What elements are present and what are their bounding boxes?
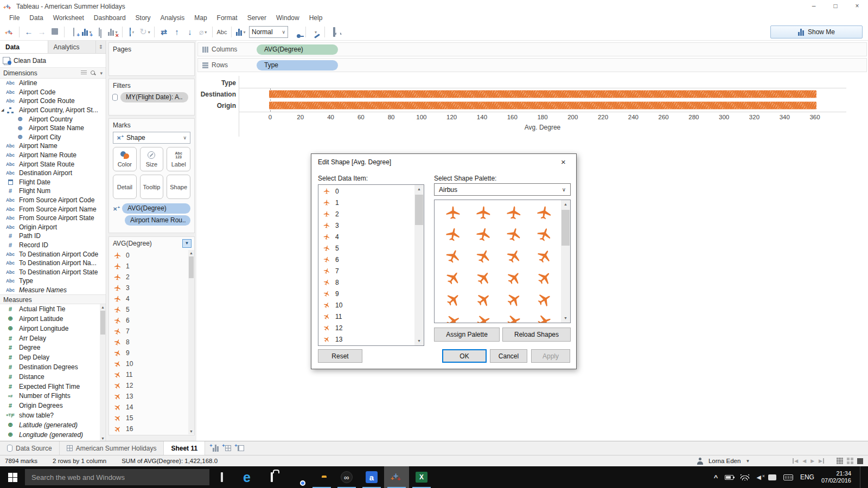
maximize-button[interactable]: □ [825,0,846,12]
infinity-taskbar-button[interactable]: ∞ [334,466,359,488]
store-taskbar-button[interactable] [259,466,284,488]
size-button[interactable]: Size [140,147,164,171]
file-explorer-taskbar-button[interactable] [309,466,334,488]
dimension-field[interactable]: AbcAirport Name Route [0,151,106,160]
legend-item[interactable]: 13 [109,391,188,402]
dialog-close-icon[interactable]: × [551,155,576,170]
marks-band-origin[interactable] [269,102,816,109]
clear-sheet-button[interactable]: ×▾ [107,25,119,38]
ok-button[interactable]: OK [442,349,487,363]
shape-palette[interactable]: ▲ ▼ [434,200,571,323]
menu-server[interactable]: Server [242,12,271,24]
dimension-field[interactable]: #Path ID [0,232,106,241]
tab-data[interactable]: Data [0,41,48,53]
shape-data-item[interactable]: 2 [318,208,414,220]
legend-item[interactable]: 3 [109,282,188,293]
shape-data-item[interactable]: 4 [318,231,414,242]
detail-button[interactable]: Detail [113,175,137,199]
dimension-field[interactable]: AbcFrom Source Airport Name [0,204,106,214]
dimension-field[interactable]: AbcMeasure Names [0,286,106,295]
sheet-view-icon[interactable] [857,458,863,464]
duplicate-sheet-button[interactable] [94,25,106,38]
shape-data-item[interactable]: 9 [318,288,414,299]
wifi-icon[interactable] [741,474,749,480]
clock[interactable]: 21:34 07/02/2016 [821,470,851,484]
palette-shape[interactable] [438,289,468,311]
measure-field[interactable]: #Distance [0,372,100,382]
measure-field[interactable]: =#Number of Flights [0,391,100,401]
legend-menu-button[interactable]: ▼ [182,239,192,248]
legend-item[interactable]: 15 [109,413,188,423]
assign-palette-button[interactable]: Assign Palette [434,328,500,342]
palette-shape[interactable] [468,224,499,246]
measure-field[interactable]: =T|Fshow table? [0,410,100,420]
scroll-down-icon[interactable]: ▼ [414,337,424,345]
tab-analytics[interactable]: Analytics [48,41,97,53]
measure-field[interactable]: #Expected Flight Time [0,382,100,391]
marks-pill[interactable]: Airport Name Rou.. [125,215,190,226]
next-slide-button[interactable]: ▶ [810,458,814,464]
swap-button[interactable]: ⇄ [158,25,170,38]
dimension-field[interactable]: AbcTo Destination Airport State [0,267,106,277]
add-datasource-button[interactable]: + [68,25,80,38]
sort-ascending-button[interactable]: ↑ [171,25,183,38]
scroll-up-icon[interactable]: ▲ [561,200,570,209]
palette-shape[interactable] [529,202,559,224]
palette-scrollbar[interactable]: ▲ ▼ [561,200,570,323]
palette-shape[interactable] [499,267,529,289]
user-name[interactable]: Lorna Eden [709,458,741,464]
collapse-icon[interactable]: ◢ [1,108,5,112]
amazon-a-taskbar-button[interactable]: a [359,466,384,488]
data-item-listbox[interactable]: 01234567891011121314 ▲ ▼ [318,184,424,346]
dimension-field[interactable]: ⊕Airport State Name [0,124,106,133]
measure-field[interactable]: ⊕Airport Longitude [0,324,100,333]
shape-data-item[interactable]: 14 [318,345,414,345]
menu-format[interactable]: Format [212,12,242,24]
measure-field[interactable]: #Origin Degrees [0,401,100,410]
menu-data[interactable]: Data [24,12,48,24]
shape-data-item[interactable]: 8 [318,277,414,288]
color-button[interactable]: Color [113,147,137,171]
sheet-tab-data-source[interactable]: Data Source [0,441,60,455]
listbox-scrollbar[interactable]: ▲ ▼ [414,185,424,345]
rows-pill[interactable]: Type [257,60,338,70]
dimension-field[interactable]: AbcAirport Code Route [0,97,106,106]
dimension-field[interactable]: ⊕Airport City [0,133,106,142]
view-list-icon[interactable] [81,70,87,75]
palette-shape[interactable] [438,267,468,289]
reset-button[interactable]: Reset [318,349,362,363]
shape-data-item[interactable]: 3 [318,220,414,231]
measure-field[interactable]: #Arr Delay [0,333,100,343]
chevron-down-icon[interactable]: ▼ [745,459,750,464]
menu-window[interactable]: Window [271,12,304,24]
measure-field[interactable]: ⊕Longitude (generated) [0,430,100,440]
palette-shape[interactable] [468,289,499,311]
legend-item[interactable]: 4 [109,293,188,304]
legend-item[interactable]: 1 [109,261,188,272]
sheet-tab-sheet-11[interactable]: Sheet 11 [164,441,205,455]
palette-shape[interactable] [499,202,529,224]
palette-shape[interactable] [438,311,468,323]
palette-shape[interactable] [468,311,499,323]
datasource-item[interactable]: Clean Data [0,54,106,68]
show-labels-button[interactable]: ▾ [235,25,247,38]
measure-field[interactable]: #Dep Delay [0,352,100,362]
palette-shape[interactable] [468,246,499,267]
legend-item[interactable]: 16 [109,423,188,434]
palette-shape[interactable] [529,311,559,323]
filmstrip-view-icon[interactable] [847,458,853,464]
palette-shape[interactable] [529,224,559,246]
legend-item[interactable]: 6 [109,315,188,326]
cancel-button[interactable]: Cancel [490,349,527,363]
apply-button[interactable]: Apply [531,349,570,363]
battery-icon[interactable] [725,475,733,480]
pin-button[interactable] [290,25,302,38]
sort-descending-button[interactable]: ↓ [184,25,196,38]
excel-taskbar-button[interactable]: X [409,466,434,488]
sheet-tab-american-summer-holidays[interactable]: American Summer Holidays [60,441,164,455]
shape-data-item[interactable]: 12 [318,322,414,333]
dimension-field[interactable]: #Record ID [0,241,106,250]
dimension-field[interactable]: AbcAirport Name [0,142,106,151]
marks-pill[interactable]: AVG(Degree) [122,203,190,214]
legend-scrollbar[interactable]: ▲ ▼ [188,250,194,434]
